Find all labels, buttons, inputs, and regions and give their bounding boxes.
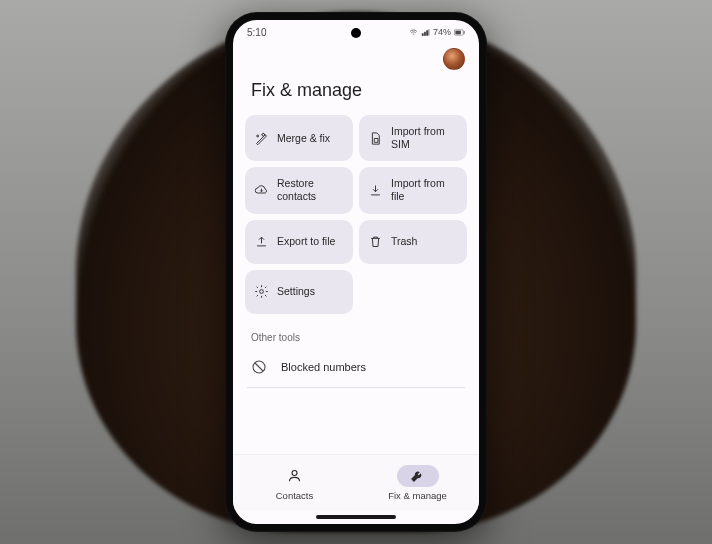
card-label: Restore contacts <box>277 177 345 203</box>
signal-icon <box>421 28 430 37</box>
trash-icon <box>367 234 383 250</box>
wand-icon <box>253 130 269 146</box>
nav-label: Fix & manage <box>388 490 447 501</box>
blocked-numbers-item[interactable]: Blocked numbers <box>233 349 479 385</box>
settings-button[interactable]: Settings <box>245 270 353 314</box>
bottom-nav: Contacts Fix & manage <box>233 454 479 510</box>
avatar[interactable] <box>443 48 465 70</box>
card-label: Settings <box>277 285 315 298</box>
camera-cutout <box>351 28 361 38</box>
gesture-bar <box>233 510 479 524</box>
svg-point-5 <box>292 471 297 476</box>
battery-icon <box>454 28 465 37</box>
import-file-button[interactable]: Import from file <box>359 167 467 213</box>
restore-contacts-button[interactable]: Restore contacts <box>245 167 353 213</box>
status-battery: 74% <box>433 27 451 37</box>
gear-icon <box>253 284 269 300</box>
blocked-icon <box>251 359 267 375</box>
screen: 5:10 74% Fix & manage Merge & fix <box>233 20 479 524</box>
nav-label: Contacts <box>276 490 314 501</box>
status-time: 5:10 <box>247 27 266 38</box>
merge-fix-button[interactable]: Merge & fix <box>245 115 353 161</box>
card-label: Export to file <box>277 235 335 248</box>
cloud-restore-icon <box>253 182 269 198</box>
wifi-icon <box>409 28 418 37</box>
download-icon <box>367 182 383 198</box>
phone-frame: 5:10 74% Fix & manage Merge & fix <box>225 12 487 532</box>
svg-rect-1 <box>455 30 461 34</box>
status-right: 74% <box>409 27 465 37</box>
export-file-button[interactable]: Export to file <box>245 220 353 264</box>
svg-point-3 <box>259 290 263 294</box>
trash-button[interactable]: Trash <box>359 220 467 264</box>
sim-icon <box>367 130 383 146</box>
nav-contacts[interactable]: Contacts <box>233 455 356 510</box>
import-sim-button[interactable]: Import from SIM <box>359 115 467 161</box>
header <box>233 44 479 72</box>
card-label: Import from file <box>391 177 459 203</box>
card-label: Merge & fix <box>277 132 330 145</box>
upload-icon <box>253 234 269 250</box>
svg-rect-2 <box>464 31 465 34</box>
card-label: Import from SIM <box>391 125 459 151</box>
list-item-label: Blocked numbers <box>281 361 366 373</box>
person-icon <box>287 468 302 483</box>
card-label: Trash <box>391 235 417 248</box>
wrench-icon <box>410 468 425 483</box>
page-title: Fix & manage <box>233 72 479 115</box>
other-tools-label: Other tools <box>233 314 479 349</box>
nav-fix-manage[interactable]: Fix & manage <box>356 455 479 510</box>
action-cards: Merge & fix Import from SIM Restore cont… <box>233 115 479 314</box>
